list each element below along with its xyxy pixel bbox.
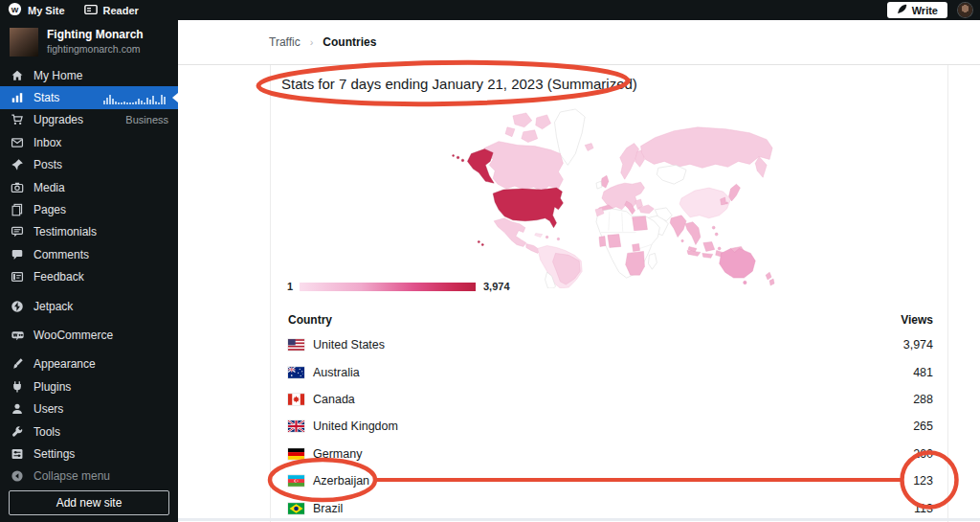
gb-flag-icon xyxy=(288,420,304,432)
stats-icon xyxy=(10,91,25,104)
write-label: Write xyxy=(912,5,938,16)
inbox-icon xyxy=(10,136,25,149)
sidebar-item-jetpack[interactable]: Jetpack xyxy=(0,295,178,317)
card-right-border xyxy=(947,65,948,522)
site-name: Fighting Monarch xyxy=(47,28,144,43)
sidebar-item-pages[interactable]: Pages xyxy=(0,198,178,220)
country-table: United States 3,974 Australia 481 Ca xyxy=(288,331,933,522)
sidebar: Fighting Monarch fightingmonarch.com My … xyxy=(0,20,178,522)
views-value: 3,974 xyxy=(903,338,933,352)
plugin-icon xyxy=(10,380,25,394)
feedback-icon xyxy=(10,270,25,284)
az-flag-icon xyxy=(288,475,304,487)
my-site-menu[interactable]: W My Site xyxy=(8,2,65,18)
au-flag-icon xyxy=(288,367,304,378)
sidebar-item-testimonials[interactable]: Testimonials xyxy=(0,221,178,243)
sidebar-item-woocommerce[interactable]: WooCommerce xyxy=(0,324,178,346)
window-bottom-edge xyxy=(178,518,980,521)
wrench-icon xyxy=(10,425,25,439)
wordpress-stats-page: W My Site Reader Write Fighting Monar xyxy=(0,0,980,522)
plan-badge: Business xyxy=(125,114,168,125)
views-value: 288 xyxy=(913,393,933,406)
cart-icon xyxy=(10,113,25,126)
add-new-site-button[interactable]: Add new site xyxy=(9,490,169,515)
sidebar-item-users[interactable]: Users xyxy=(0,397,178,420)
de-flag-icon xyxy=(288,448,304,460)
us-flag-icon xyxy=(288,339,304,351)
views-value: 123 xyxy=(913,474,933,488)
reader-icon xyxy=(84,4,98,17)
views-value: 481 xyxy=(913,366,933,379)
my-site-label: My Site xyxy=(28,5,65,16)
appearance-brush-icon xyxy=(10,357,25,371)
comments-icon xyxy=(10,248,25,261)
reader-menu[interactable]: Reader xyxy=(84,4,139,17)
site-domain: fightingmonarch.com xyxy=(47,43,144,57)
views-value: 265 xyxy=(913,420,933,433)
masthead: W My Site Reader Write xyxy=(0,0,980,20)
settings-icon xyxy=(10,447,25,461)
table-row-azerbaijan[interactable]: Azerbaijan 123 xyxy=(288,467,933,494)
stats-sparkline xyxy=(103,95,166,104)
account-avatar[interactable] xyxy=(958,3,972,17)
map-countries xyxy=(453,109,774,288)
media-camera-icon xyxy=(10,181,25,194)
svg-text:W: W xyxy=(11,6,19,14)
sidebar-item-my-home[interactable]: My Home xyxy=(0,64,178,86)
users-icon xyxy=(10,402,25,416)
views-value: 113 xyxy=(914,502,933,515)
table-row-germany[interactable]: Germany 260 xyxy=(288,441,933,467)
sidebar-item-posts[interactable]: Posts xyxy=(0,154,178,176)
selected-item-notch xyxy=(172,93,178,102)
views-header: Views xyxy=(901,313,933,327)
home-icon xyxy=(10,69,25,82)
sidebar-item-appearance[interactable]: Appearance xyxy=(0,353,178,375)
sidebar-item-comments[interactable]: Comments xyxy=(0,243,178,265)
reader-label: Reader xyxy=(103,5,139,16)
sidebar-item-stats[interactable]: Stats xyxy=(0,86,178,108)
wordpress-logo-icon: W xyxy=(8,2,22,18)
sidebar-item-media[interactable]: Media xyxy=(0,176,178,198)
quill-icon xyxy=(897,4,907,16)
world-views-map[interactable] xyxy=(418,108,778,288)
table-row-united-states[interactable]: United States 3,974 xyxy=(288,331,933,358)
sidebar-item-inbox[interactable]: Inbox xyxy=(0,131,178,153)
sidebar-menu: My Home Stats xyxy=(0,64,178,488)
testimonials-icon xyxy=(10,225,25,238)
stats-content: Traffic › Countries Stats for 7 days end… xyxy=(178,20,980,522)
legend-min-value: 1 xyxy=(278,281,293,292)
breadcrumb-traffic[interactable]: Traffic xyxy=(269,35,301,49)
table-header: Country Views xyxy=(288,313,933,327)
map-country-united-kingdom xyxy=(601,175,609,188)
views-value: 260 xyxy=(913,447,933,461)
legend-max-value: 3,974 xyxy=(483,281,510,292)
write-button[interactable]: Write xyxy=(887,2,947,18)
pages-icon xyxy=(10,203,25,216)
ca-flag-icon xyxy=(288,394,304,405)
sidebar-item-plugins[interactable]: Plugins xyxy=(0,375,178,397)
card-left-border xyxy=(270,65,271,522)
country-header: Country xyxy=(288,313,332,327)
sidebar-item-settings[interactable]: Settings xyxy=(0,443,178,465)
posts-pin-icon xyxy=(10,158,25,171)
heat-legend-gradient xyxy=(300,283,476,291)
sidebar-item-upgrades[interactable]: Upgrades Business xyxy=(0,109,178,131)
sidebar-item-tools[interactable]: Tools xyxy=(0,420,178,443)
table-row-united-kingdom[interactable]: United Kingdom 265 xyxy=(288,413,933,440)
chevron-right-icon: › xyxy=(310,36,314,48)
map-country-australia xyxy=(720,248,756,278)
map-country-india xyxy=(670,216,686,238)
woocommerce-icon xyxy=(10,329,25,342)
site-avatar xyxy=(10,28,38,57)
sidebar-item-feedback[interactable]: Feedback xyxy=(0,266,178,288)
map-country-japan xyxy=(729,184,741,201)
table-row-canada[interactable]: Canada 288 xyxy=(288,386,933,413)
site-profile[interactable]: Fighting Monarch fightingmonarch.com xyxy=(0,20,178,63)
map-country-russia xyxy=(641,127,773,169)
table-row-australia[interactable]: Australia 481 xyxy=(288,358,933,385)
breadcrumb-countries: Countries xyxy=(323,35,376,49)
sidebar-item-collapse-menu[interactable]: Collapse menu xyxy=(0,465,178,488)
breadcrumb: Traffic › Countries xyxy=(178,20,980,65)
page-title: Stats for 7 days ending January 21, 2023… xyxy=(281,76,637,92)
collapse-arrow-icon xyxy=(10,469,25,483)
